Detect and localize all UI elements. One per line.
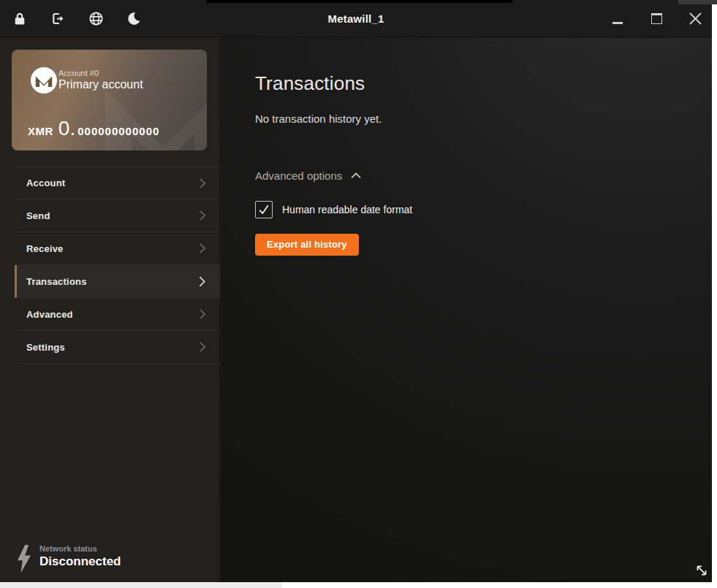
checkmark-icon — [257, 203, 270, 216]
sidebar-item-account[interactable]: Account — [15, 167, 220, 199]
advanced-options-toggle[interactable]: Advanced options — [255, 169, 361, 182]
titlebar: Metawill_1 — [0, 0, 712, 37]
maximize-button[interactable] — [648, 10, 664, 28]
sidebar: Account #0 Primary account XMR 0. 000000… — [0, 38, 220, 582]
account-number-label: Account #0 — [58, 69, 99, 77]
chevron-up-icon — [351, 172, 361, 179]
background-taskbar-strip — [0, 582, 282, 588]
language-globe-icon[interactable] — [88, 10, 104, 28]
monero-logo-icon — [31, 67, 57, 93]
balance-decimals: 000000000000 — [77, 125, 159, 137]
account-card[interactable]: Account #0 Primary account XMR 0. 000000… — [12, 50, 207, 150]
window-controls — [610, 0, 703, 37]
sidebar-item-send[interactable]: Send — [15, 199, 220, 232]
chevron-right-icon — [200, 210, 205, 221]
sidebar-item-receive[interactable]: Receive — [15, 232, 220, 265]
minimize-button[interactable] — [610, 10, 626, 28]
background-window-strip — [207, 0, 512, 3]
close-button[interactable] — [687, 10, 703, 28]
resize-handle-icon[interactable] — [694, 563, 709, 578]
titlebar-left-icons — [12, 0, 142, 37]
page-title: Transactions — [255, 72, 690, 95]
sidebar-menu: Account Send Receive Transactions — [15, 167, 220, 364]
date-format-row: Human readable date format — [255, 201, 690, 218]
chevron-right-icon — [200, 309, 205, 319]
balance-whole: 0. — [58, 117, 75, 140]
lock-wallet-icon[interactable] — [12, 10, 28, 28]
chevron-right-icon — [200, 243, 205, 253]
human-readable-date-label: Human readable date format — [282, 204, 412, 215]
wallet-window: Metawill_1 Account #0 Primary account — [0, 0, 712, 582]
background-window-fragment — [678, 0, 717, 4]
main-panel: Transactions No transaction history yet.… — [221, 38, 712, 582]
chevron-right-icon — [200, 178, 205, 188]
human-readable-date-checkbox[interactable] — [255, 201, 273, 218]
sign-out-icon[interactable] — [50, 10, 66, 28]
network-status: Network status Disconnected — [18, 544, 121, 573]
network-status-value: Disconnected — [39, 554, 121, 569]
lightning-bolt-icon — [18, 544, 31, 573]
window-title: Metawill_1 — [327, 0, 384, 37]
chevron-right-icon — [200, 342, 205, 352]
export-all-history-button[interactable]: Export all history — [255, 234, 359, 256]
chevron-right-icon — [199, 276, 205, 287]
balance: XMR 0. 000000000000 — [28, 117, 159, 140]
sidebar-item-advanced[interactable]: Advanced — [15, 298, 220, 331]
network-status-label: Network status — [39, 544, 121, 553]
account-name-label: Primary account — [58, 78, 143, 91]
advanced-options-label: Advanced options — [255, 169, 342, 182]
empty-history-message: No transaction history yet. — [255, 112, 690, 125]
sidebar-item-transactions[interactable]: Transactions — [15, 265, 220, 298]
sidebar-item-settings[interactable]: Settings — [15, 331, 220, 364]
dark-mode-moon-icon[interactable] — [126, 10, 142, 28]
balance-currency: XMR — [28, 125, 53, 137]
